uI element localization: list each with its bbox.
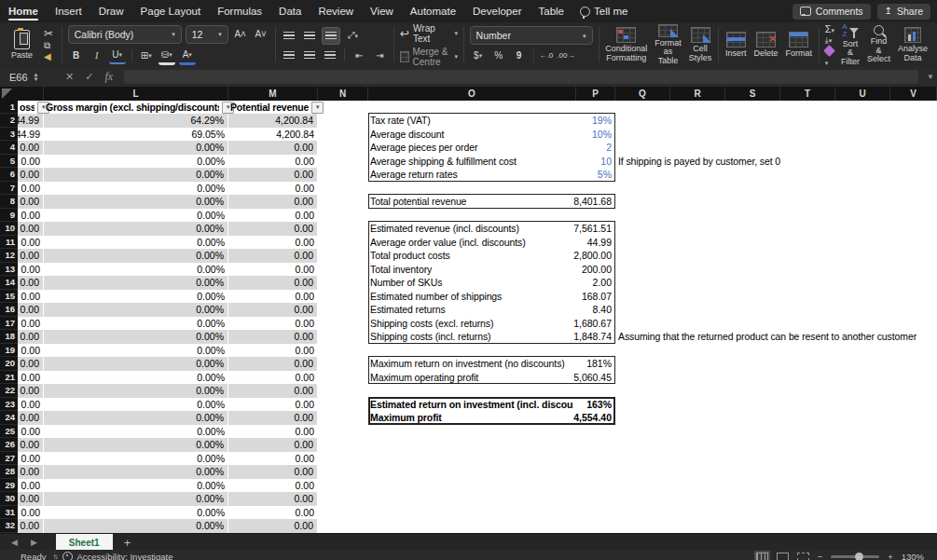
accessibility-status[interactable]: Accessibility: Investigate bbox=[62, 552, 172, 560]
cell-r6[interactable]: 0.00 bbox=[18, 168, 44, 182]
align-top-button[interactable] bbox=[281, 28, 297, 44]
row-header-17[interactable]: 17 bbox=[0, 317, 18, 331]
grow-font-button[interactable]: A˄ bbox=[232, 26, 249, 42]
cell-r21[interactable]: 0.00 bbox=[228, 371, 318, 385]
panel-note[interactable]: Assuming that the returned product can b… bbox=[618, 330, 916, 344]
tell-me[interactable]: Tell me bbox=[572, 6, 635, 17]
row-header-11[interactable]: 11 bbox=[0, 236, 18, 250]
align-right-button[interactable] bbox=[322, 48, 338, 63]
row-header-12[interactable]: 12 bbox=[0, 249, 18, 263]
cell-r25[interactable]: 0.00 bbox=[228, 425, 318, 439]
conditional-formatting-button[interactable]: Conditional Formatting bbox=[601, 22, 651, 67]
fill-color-button[interactable]: ⛁▾ bbox=[158, 47, 175, 65]
row-header-2[interactable]: 2 bbox=[0, 114, 18, 128]
panel-value[interactable]: 10 bbox=[522, 155, 612, 169]
cell-r31[interactable]: 0.00 bbox=[228, 506, 318, 520]
panel-value[interactable]: 163% bbox=[522, 398, 612, 412]
row-header-32[interactable]: 32 bbox=[0, 519, 18, 533]
row-header-3[interactable]: 3 bbox=[0, 128, 18, 142]
number-format-select[interactable]: Number▾ bbox=[470, 26, 593, 45]
align-middle-button[interactable] bbox=[301, 28, 318, 44]
filter-dropdown-icon[interactable]: ▼ bbox=[311, 102, 324, 114]
menu-tab-formulas[interactable]: Formulas bbox=[209, 0, 270, 22]
cell-r16[interactable]: 0.00% bbox=[44, 303, 228, 317]
row-header-26[interactable]: 26 bbox=[0, 438, 18, 452]
cell-r13[interactable]: 0.00 bbox=[228, 263, 318, 277]
row-header-19[interactable]: 19 bbox=[0, 344, 18, 358]
row-header-14[interactable]: 14 bbox=[0, 276, 18, 290]
cell-r4[interactable]: 0.00 bbox=[228, 141, 318, 155]
cell-r5[interactable]: 0.00% bbox=[44, 155, 228, 169]
cell-r17[interactable]: 0.00 bbox=[18, 317, 44, 331]
cell-r29[interactable]: 0.00 bbox=[18, 479, 44, 493]
row-header-9[interactable]: 9 bbox=[0, 209, 18, 223]
cell-r18[interactable]: 0.00 bbox=[228, 330, 318, 344]
column-header-S[interactable]: S bbox=[725, 87, 780, 101]
confirm-entry-icon[interactable]: ✓ bbox=[85, 71, 93, 83]
cell-r9[interactable]: 0.00 bbox=[18, 209, 44, 223]
row-header-24[interactable]: 24 bbox=[0, 411, 18, 425]
orientation-button[interactable]: ⤢▾ bbox=[344, 28, 361, 44]
next-sheet-icon[interactable]: ▶ bbox=[31, 538, 37, 547]
row-header-10[interactable]: 10 bbox=[0, 222, 18, 236]
row-header-1[interactable]: 1 bbox=[0, 101, 18, 114]
increase-decimal-button[interactable]: ←.0 bbox=[540, 51, 554, 60]
cell-r3[interactable]: 44.99 bbox=[18, 128, 44, 142]
fill-button[interactable]: ⤓▾ bbox=[825, 35, 834, 46]
cell-r31[interactable]: 0.00 bbox=[18, 506, 44, 520]
cell-r31[interactable]: 0.00% bbox=[44, 506, 228, 520]
column-header-P[interactable]: P bbox=[576, 87, 615, 101]
cell-r21[interactable]: 0.00% bbox=[44, 371, 228, 385]
zoom-in-button[interactable]: + bbox=[888, 552, 893, 560]
align-bottom-button[interactable] bbox=[322, 27, 340, 45]
panel-value[interactable]: 10% bbox=[522, 128, 612, 142]
column-header-Q[interactable]: Q bbox=[615, 87, 670, 101]
cell-r30[interactable]: 0.00 bbox=[228, 492, 318, 506]
prev-sheet-icon[interactable]: ◀ bbox=[11, 538, 18, 547]
delete-cells-button[interactable]: ✕ Delete bbox=[750, 22, 781, 67]
table-header-m[interactable]: Potential revenue▼ bbox=[228, 101, 325, 114]
cell-r20[interactable]: 0.00% bbox=[44, 357, 228, 371]
cell-r6[interactable]: 0.00% bbox=[44, 168, 228, 182]
column-header-O[interactable]: O bbox=[368, 87, 576, 101]
row-header-15[interactable]: 15 bbox=[0, 290, 18, 304]
cell-r19[interactable]: 0.00% bbox=[44, 344, 228, 358]
panel-value[interactable]: 7,561.51 bbox=[522, 222, 612, 236]
insert-cells-button[interactable]: ← Insert bbox=[722, 22, 751, 67]
cell-r20[interactable]: 0.00 bbox=[18, 357, 44, 371]
panel-value[interactable]: 181% bbox=[522, 357, 612, 371]
cell-r2[interactable]: 44.99 bbox=[18, 114, 44, 128]
zoom-slider-knob[interactable] bbox=[855, 553, 863, 560]
cell-r27[interactable]: 0.00 bbox=[228, 452, 318, 466]
menu-tab-home[interactable]: Home bbox=[0, 0, 47, 22]
bold-button[interactable]: B bbox=[68, 48, 85, 63]
cell-r23[interactable]: 0.00% bbox=[44, 398, 228, 412]
cell-r30[interactable]: 0.00% bbox=[44, 492, 228, 506]
panel-value[interactable]: 8.40 bbox=[522, 303, 612, 317]
row-header-28[interactable]: 28 bbox=[0, 465, 18, 479]
column-header-T[interactable]: T bbox=[780, 87, 835, 101]
cut-icon[interactable]: ✂ bbox=[44, 28, 53, 39]
cell-r27[interactable]: 0.00 bbox=[18, 452, 44, 466]
merge-centre-button[interactable]: Merge & Centre▾ bbox=[400, 47, 458, 67]
cell-r32[interactable]: 0.00 bbox=[18, 519, 44, 533]
page-break-view-icon[interactable] bbox=[797, 553, 809, 560]
cell-r30[interactable]: 0.00 bbox=[18, 492, 44, 506]
add-sheet-button[interactable]: + bbox=[113, 534, 143, 551]
cell-r12[interactable]: 0.00% bbox=[44, 249, 228, 263]
expand-formula-bar-icon[interactable]: ▼ bbox=[924, 73, 937, 81]
cell-r10[interactable]: 0.00% bbox=[44, 222, 228, 236]
cell-r26[interactable]: 0.00% bbox=[44, 438, 228, 452]
panel-value[interactable]: 2.00 bbox=[522, 276, 612, 290]
menu-tab-review[interactable]: Review bbox=[310, 0, 362, 22]
cell-r16[interactable]: 0.00 bbox=[228, 303, 318, 317]
row-header-16[interactable]: 16 bbox=[0, 303, 18, 317]
cell-r15[interactable]: 0.00% bbox=[44, 290, 228, 304]
cell-r2[interactable]: 64.29% bbox=[44, 114, 228, 128]
formula-input[interactable] bbox=[124, 70, 918, 84]
cell-r12[interactable]: 0.00 bbox=[228, 249, 318, 263]
underline-button[interactable]: U▾ bbox=[109, 47, 126, 64]
menu-tab-table[interactable]: Table bbox=[530, 0, 572, 22]
cell-r29[interactable]: 0.00 bbox=[228, 479, 318, 493]
cell-r32[interactable]: 0.00% bbox=[44, 519, 228, 533]
